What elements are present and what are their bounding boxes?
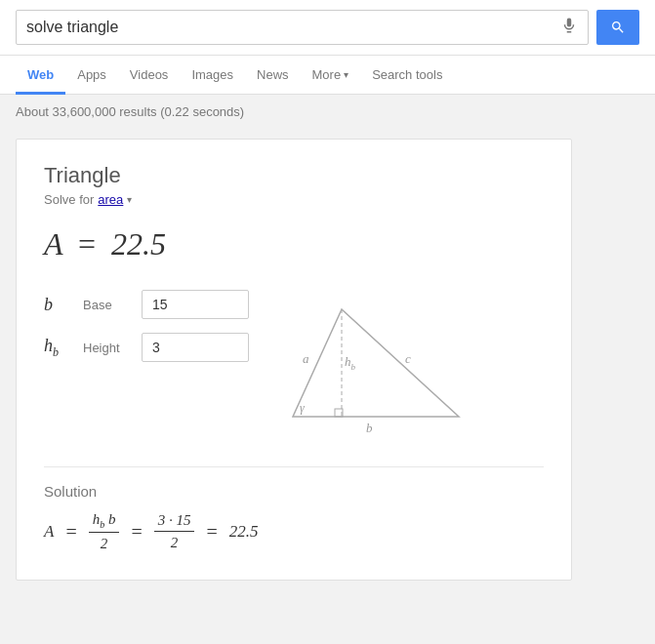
solution-section: Solution A = hb b 2 = 3 · 15 2 = [44,466,544,552]
results-count: About 33,600,000 results (0.22 seconds) [0,95,655,129]
svg-text:b: b [366,421,373,435]
fraction-numeric-denominator: 2 [167,533,183,551]
svg-text:hb: hb [345,354,356,372]
var-label-b: b [44,295,73,315]
triangle-diagram: a c hb b γ [278,300,473,439]
input-row-height: hb Height 3 [44,333,249,362]
solve-for-link[interactable]: area [98,192,123,207]
solution-result: 22.5 [229,522,259,542]
solution-formula: A = hb b 2 = 3 · 15 2 = 22.5 [44,511,544,552]
fraction-numerator: hb b [89,511,120,533]
solution-eq1: = [65,521,76,543]
svg-marker-0 [293,309,459,417]
tab-videos[interactable]: Videos [118,58,181,95]
calc-title: Triangle [44,163,544,188]
inputs-section: b Base 15 hb Height 3 [44,290,249,362]
tab-news[interactable]: News [245,58,301,95]
search-button[interactable] [596,10,639,45]
main-content: Triangle Solve for area ▾ A = 22.5 b Bas… [0,129,655,590]
svg-text:a: a [303,351,309,366]
search-header: solve triangle [0,0,655,56]
inputs-diagram: b Base 15 hb Height 3 [44,290,544,439]
calculator-card: Triangle Solve for area ▾ A = 22.5 b Bas… [16,139,572,581]
search-input[interactable]: solve triangle [26,19,560,36]
result-value: 22.5 [111,226,166,262]
solution-eq2: = [131,521,142,543]
fraction-numeric-numerator: 3 · 15 [154,512,195,532]
svg-text:c: c [405,351,411,366]
result-equals: = [78,226,96,262]
nav-tabs: Web Apps Videos Images News More ▾ Searc… [0,56,655,95]
fraction-denominator: 2 [97,534,112,552]
var-name-base: Base [83,298,132,312]
input-base[interactable]: 15 [142,290,249,319]
solve-for-dropdown-icon[interactable]: ▾ [127,194,132,205]
chevron-down-icon: ▾ [344,69,348,80]
svg-text:γ: γ [300,401,305,415]
input-row-base: b Base 15 [44,290,249,319]
fraction-symbolic: hb b 2 [89,511,120,552]
solution-title: Solution [44,483,544,500]
fraction-numeric: 3 · 15 2 [154,512,195,551]
tab-more[interactable]: More ▾ [301,58,361,95]
result-display: A = 22.5 [44,226,544,262]
tab-web[interactable]: Web [16,58,65,95]
mic-icon[interactable] [560,17,578,39]
tab-images[interactable]: Images [180,58,245,95]
solve-for-row: Solve for area ▾ [44,192,544,207]
var-name-height: Height [83,341,132,355]
result-var: A [44,226,62,262]
results-count-text: About 33,600,000 results (0.22 seconds) [16,104,244,119]
tab-search-tools[interactable]: Search tools [360,58,454,95]
var-label-h: hb [44,336,73,360]
solution-lhs: A [44,522,54,542]
solution-eq3: = [206,521,217,543]
tab-apps[interactable]: Apps [65,58,118,95]
input-height[interactable]: 3 [142,333,249,362]
search-box: solve triangle [16,10,589,45]
solve-for-label: Solve for [44,192,94,207]
